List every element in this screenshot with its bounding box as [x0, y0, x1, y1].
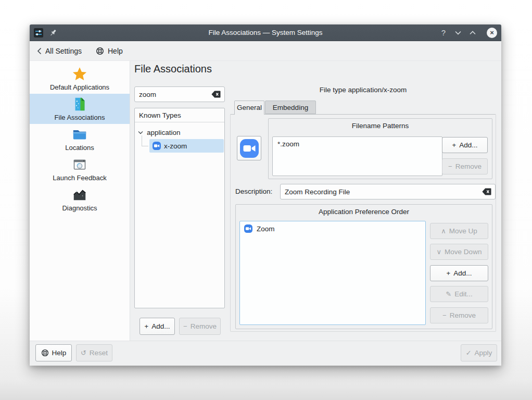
- minimize-button[interactable]: [452, 24, 464, 41]
- window-title: File Associations — System Settings: [30, 24, 501, 41]
- application-name: Zoom: [257, 225, 275, 233]
- description-label: Description:: [235, 188, 272, 195]
- move-up-button[interactable]: ∧Move Up: [430, 223, 488, 239]
- back-all-settings-button[interactable]: All Settings: [37, 41, 82, 61]
- clear-description-icon[interactable]: [482, 188, 491, 195]
- sidebar-item-label: Diagnostics: [62, 204, 97, 212]
- context-help-button[interactable]: ?: [438, 24, 449, 41]
- apply-button[interactable]: ✓Apply: [461, 344, 497, 361]
- app-edit-button[interactable]: ✎Edit...: [430, 286, 488, 302]
- app-remove-button[interactable]: −Remove: [430, 307, 488, 323]
- plus-icon: +: [452, 141, 457, 149]
- tab-embedding[interactable]: Embedding: [265, 101, 316, 114]
- zoom-app-icon: [153, 142, 161, 150]
- pattern-item[interactable]: *.zoom: [273, 137, 442, 151]
- description-input[interactable]: [280, 184, 496, 199]
- undo-icon: ↺: [81, 349, 86, 357]
- chevron-up-icon: ∧: [441, 227, 446, 235]
- sidebar-item-label: Locations: [65, 144, 94, 152]
- known-types-add-button[interactable]: +Add...: [140, 318, 175, 335]
- file-type-icon-button[interactable]: [237, 136, 261, 160]
- close-button[interactable]: ×: [487, 28, 497, 38]
- help-lifering-icon: [96, 47, 104, 55]
- diagnostics-icon: [72, 187, 87, 203]
- filename-patterns-title: Filename Patterns: [269, 122, 492, 130]
- maximize-button[interactable]: [467, 24, 478, 41]
- application-list-item[interactable]: Zoom: [240, 221, 425, 236]
- minus-icon: −: [448, 162, 452, 170]
- minus-icon: −: [442, 311, 447, 319]
- toolbar: All Settings Help: [30, 41, 501, 61]
- sidebar-item-default-applications[interactable]: Default Applications: [30, 64, 130, 94]
- tree-item-label: x-zoom: [164, 142, 187, 150]
- zoom-app-icon: [240, 139, 259, 158]
- sidebar-item-label: File Associations: [55, 114, 105, 121]
- sidebar-item-locations[interactable]: Locations: [30, 124, 130, 154]
- tab-general[interactable]: General: [234, 101, 264, 115]
- known-types-list: Known Types application x-zoom: [134, 108, 225, 308]
- known-types-header: Known Types: [135, 108, 224, 122]
- page-title: File Associations: [134, 63, 212, 75]
- toolbar-help-button[interactable]: Help: [96, 41, 123, 61]
- patterns-list[interactable]: *.zoom: [272, 136, 442, 176]
- toolbar-help-label: Help: [108, 47, 123, 55]
- sidebar-item-label: Default Applications: [50, 83, 109, 91]
- bottom-separator: [30, 341, 501, 341]
- file-type-heading: File type application/x-zoom: [230, 86, 496, 94]
- tree-item-x-zoom[interactable]: x-zoom: [135, 139, 224, 153]
- app-add-button[interactable]: +Add...: [430, 265, 488, 281]
- pattern-remove-button[interactable]: −Remove: [442, 158, 488, 174]
- folder-icon: [72, 127, 87, 142]
- application-list[interactable]: Zoom: [239, 221, 426, 325]
- file-associations-icon: [72, 96, 87, 112]
- check-icon: ✓: [466, 349, 472, 357]
- pencil-icon: ✎: [446, 290, 451, 298]
- reset-button[interactable]: ↺Reset: [76, 344, 112, 361]
- titlebar[interactable]: File Associations — System Settings ? ×: [30, 24, 501, 41]
- tree-branch-line: [142, 146, 148, 146]
- help-lifering-icon: [41, 349, 49, 357]
- launch-feedback-icon: [72, 157, 87, 172]
- sidebar-item-diagnostics[interactable]: Diagnostics: [30, 184, 130, 215]
- tree-item-application[interactable]: application: [135, 126, 224, 139]
- back-chevron-icon: [37, 47, 42, 55]
- zoom-app-icon: [244, 224, 252, 233]
- chevron-down-icon: ∨: [437, 248, 442, 256]
- back-label: All Settings: [45, 47, 82, 55]
- minus-icon: −: [183, 322, 187, 330]
- tree-branch-line: [142, 135, 142, 146]
- help-button[interactable]: Help: [35, 344, 72, 361]
- plus-icon: +: [447, 269, 451, 277]
- star-icon: [72, 66, 87, 82]
- sidebar-item-launch-feedback[interactable]: Launch Feedback: [30, 154, 130, 184]
- system-settings-window: File Associations — System Settings ? × …: [30, 24, 501, 366]
- known-types-remove-button[interactable]: −Remove: [179, 318, 221, 335]
- tree-item-label: application: [147, 129, 181, 136]
- pattern-add-button[interactable]: +Add...: [442, 137, 488, 153]
- move-down-button[interactable]: ∨Move Down: [430, 244, 488, 260]
- sidebar: Default Applications File Associations L…: [30, 61, 130, 341]
- clear-search-icon[interactable]: [211, 91, 221, 98]
- sidebar-item-file-associations[interactable]: File Associations: [30, 94, 130, 124]
- tree-expander-icon[interactable]: [138, 131, 143, 134]
- sidebar-item-label: Launch Feedback: [53, 174, 106, 182]
- plus-icon: +: [145, 322, 149, 330]
- app-preference-order-title: Application Preference Order: [236, 208, 492, 216]
